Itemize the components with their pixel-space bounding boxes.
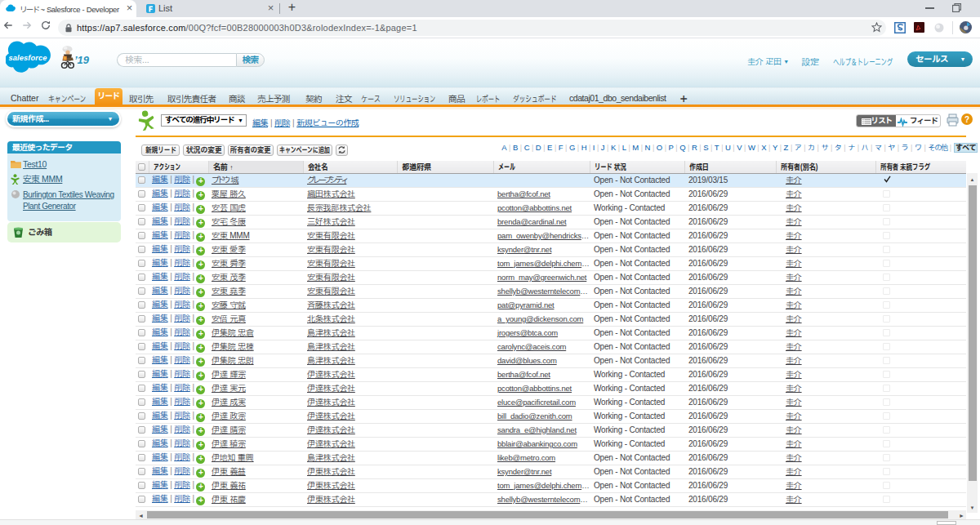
- svg-text:?: ?: [964, 115, 969, 124]
- svg-text:salesforce: salesforce: [9, 54, 47, 62]
